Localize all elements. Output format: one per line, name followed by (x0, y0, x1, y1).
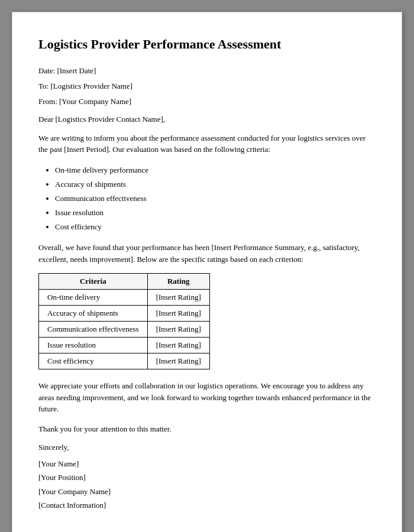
greeting-line: Dear [Logistics Provider Contact Name], (38, 115, 376, 124)
document-title: Logistics Provider Performance Assessmen… (38, 36, 376, 53)
intro-paragraph: We are writing to inform you about the p… (38, 132, 376, 155)
thank-you-line: Thank you for your attention to this mat… (38, 423, 376, 435)
to-field: To: [Logistics Provider Name] (38, 82, 376, 91)
list-item: Accuracy of shipments (55, 178, 376, 191)
table-header-rating: Rating (147, 274, 209, 290)
table-row: Issue resolution [Insert Rating] (39, 338, 210, 353)
criteria-list: On-time delivery performance Accuracy of… (55, 164, 376, 233)
list-item: Communication effectiveness (55, 192, 376, 205)
signature-name: [Your Name] (38, 457, 376, 471)
appreciation-paragraph: We appreciate your efforts and collabora… (38, 380, 376, 415)
table-row: Communication effectiveness [Insert Rati… (39, 322, 210, 338)
table-row: Cost efficiency [Insert Rating] (39, 353, 210, 369)
performance-paragraph: Overall, we have found that your perform… (38, 242, 376, 265)
signature-company: [Your Company Name] (38, 485, 376, 498)
date-field: Date: [Insert Date] (38, 66, 376, 76)
document-page: Logistics Provider Performance Assessmen… (12, 12, 402, 532)
list-item: On-time delivery performance (55, 164, 376, 177)
table-cell-criteria: On-time delivery (39, 290, 148, 306)
table-cell-rating: [Insert Rating] (147, 306, 209, 322)
ratings-table: Criteria Rating On-time delivery [Insert… (38, 273, 210, 369)
list-item: Cost efficiency (55, 220, 376, 233)
signature-block: [Your Name] [Your Position] [Your Compan… (38, 457, 376, 512)
table-cell-rating: [Insert Rating] (147, 353, 209, 369)
table-row: Accuracy of shipments [Insert Rating] (39, 306, 210, 322)
table-cell-rating: [Insert Rating] (147, 322, 209, 338)
table-cell-criteria: Accuracy of shipments (39, 306, 148, 322)
table-header-criteria: Criteria (39, 274, 148, 290)
signature-contact: [Contact Information] (38, 498, 376, 512)
list-item: Issue resolution (55, 206, 376, 219)
table-cell-rating: [Insert Rating] (147, 290, 209, 306)
table-cell-criteria: Cost efficiency (39, 353, 148, 369)
sincerely-line: Sincerely, (38, 443, 376, 452)
table-cell-criteria: Issue resolution (39, 338, 148, 353)
table-cell-criteria: Communication effectiveness (39, 322, 148, 338)
signature-position: [Your Position] (38, 471, 376, 484)
table-row: On-time delivery [Insert Rating] (39, 290, 210, 306)
from-field: From: [Your Company Name] (38, 97, 376, 106)
table-cell-rating: [Insert Rating] (147, 338, 209, 353)
